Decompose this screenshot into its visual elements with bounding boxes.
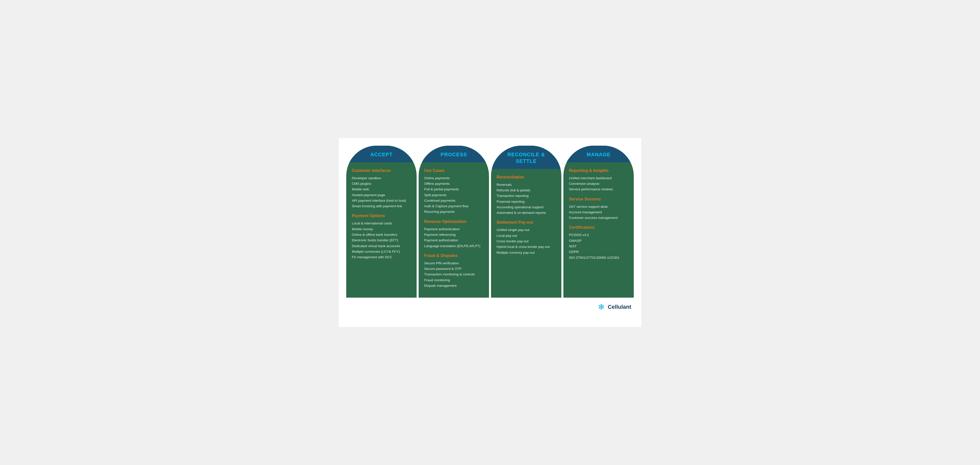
list-item: Cross border pay-out — [496, 238, 556, 244]
list-item: Mobile money — [352, 227, 411, 232]
column-header-process: PROCESS — [418, 145, 489, 162]
section-title-process-0: Use Cases — [424, 168, 484, 173]
list-item: Combined payments — [424, 198, 484, 203]
list-item: Split payments — [424, 192, 484, 198]
section-items-process-0: Online paymentsOffline paymentsFull & pa… — [424, 176, 484, 215]
columns-container: ACCEPTCustomer InterfacesDeveloper sandb… — [346, 145, 634, 298]
cellulant-icon: ❄ — [598, 302, 605, 312]
logo-name: Cellulant — [608, 304, 631, 310]
list-item: API payment interface (host to host) — [352, 198, 411, 203]
list-item: PCIDSS v3.2 — [569, 232, 628, 238]
section-items-process-2: Secure PIN verificationSecure password &… — [424, 260, 484, 289]
column-header-accept: ACCEPT — [346, 145, 417, 162]
section-items-accept-1: Local & international cardsMobile moneyO… — [352, 221, 411, 260]
list-item: Online payments — [424, 176, 484, 181]
section-items-manage-0: Unified merchant dashboardConversion ana… — [569, 176, 628, 192]
column-header-text-process: PROCESS — [421, 151, 487, 158]
list-item: Smart invoicing with payment link — [352, 203, 411, 209]
list-item: Hosted payment page — [352, 192, 411, 198]
list-item: Conversion analysis — [569, 181, 628, 187]
list-item: Financial reporting — [496, 199, 556, 205]
list-item: Dispute management — [424, 283, 484, 289]
section-items-manage-1: 24/7 service support deskAccount managem… — [569, 204, 628, 221]
column-header-text-accept: ACCEPT — [349, 151, 414, 158]
section-items-reconcile-1: Unified single pay-outLocal pay-outCross… — [496, 227, 556, 255]
column-header-manage: MANAGE — [563, 145, 634, 162]
column-body-process: Use CasesOnline paymentsOffline payments… — [418, 162, 489, 298]
column-body-accept: Customer InterfacesDeveloper sandboxCMS … — [346, 162, 417, 298]
section-title-reconcile-1: Settlement Pay-out — [496, 220, 556, 225]
section-title-reconcile-0: Reconciliation — [496, 175, 556, 179]
list-item: Payment authorization — [424, 238, 484, 243]
list-item: Payment referencing — [424, 232, 484, 238]
list-item: Refunds (full & partial) — [496, 188, 556, 193]
list-item: Unified merchant dashboard — [569, 176, 628, 181]
column-header-text-manage: MANAGE — [566, 151, 631, 158]
list-item: Multiple currencies (LCY& FCY) — [352, 249, 411, 254]
list-item: CMS plugins — [352, 181, 411, 187]
list-item: Secure password & OTP — [424, 266, 484, 272]
list-item: Reversals — [496, 182, 556, 188]
list-item: Customer success management — [569, 215, 628, 221]
list-item: Unified single pay-out — [496, 227, 556, 233]
section-title-accept-1: Payment Options — [352, 214, 411, 218]
section-title-manage-2: Certifications — [569, 225, 628, 230]
logo-row: ❄ Cellulant — [346, 302, 634, 312]
section-title-manage-0: Reporting & Insights — [569, 168, 628, 173]
list-item: Secure PIN verification — [424, 260, 484, 266]
column-body-reconcile: ReconciliationReversalsRefunds (full & p… — [491, 169, 562, 298]
section-title-manage-1: Service Success — [569, 197, 628, 201]
column-header-text-reconcile: RECONCILE & SETTLE — [493, 151, 559, 165]
section-title-process-2: Fraud & Disputes — [424, 254, 484, 258]
list-item: Account management — [569, 209, 628, 215]
column-manage: MANAGEReporting & InsightsUnified mercha… — [563, 145, 634, 298]
list-item: Transaction reporting — [496, 193, 556, 199]
list-item: Full & partial payments — [424, 187, 484, 192]
list-item: Hybrid local & cross border pay-out — [496, 244, 556, 250]
list-item: Developer sandbox — [352, 176, 411, 181]
column-reconcile: RECONCILE & SETTLEReconciliationReversal… — [491, 145, 562, 298]
section-items-manage-2: PCIDSS v3.2OWASPNISTGDPRISO 27001/27701/… — [569, 232, 628, 260]
column-accept: ACCEPTCustomer InterfacesDeveloper sandb… — [346, 145, 417, 298]
list-item: Recurring payments — [424, 209, 484, 214]
section-title-process-1: Revenue Optimization — [424, 219, 484, 224]
list-item: Dedicated virtual bank accounts — [352, 243, 411, 249]
column-body-manage: Reporting & InsightsUnified merchant das… — [563, 162, 634, 298]
list-item: Local & international cards — [352, 221, 411, 226]
list-item: Online & offline bank transfers — [352, 232, 411, 238]
list-item: Auth & Capture payment flow — [424, 203, 484, 209]
list-item: Electronic funds transfer (EFT) — [352, 238, 411, 243]
list-item: Mobile web — [352, 187, 411, 192]
list-item: Language translation (EN,FR,AR,PT) — [424, 243, 484, 249]
list-item: Fraud monitoring — [424, 277, 484, 283]
list-item: Transaction monitoring & controls — [424, 272, 484, 277]
list-item: NIST — [569, 244, 628, 249]
list-item: 24/7 service support desk — [569, 204, 628, 209]
list-item: Service performance reviews — [569, 187, 628, 192]
section-items-reconcile-0: ReversalsRefunds (full & partial)Transac… — [496, 182, 556, 216]
section-items-accept-0: Developer sandboxCMS pluginsMobile webHo… — [352, 176, 411, 209]
list-item: Offline payments — [424, 181, 484, 187]
list-item: FX management with DCC — [352, 254, 411, 260]
column-header-reconcile: RECONCILE & SETTLE — [491, 145, 562, 169]
section-items-process-1: Payment authenticationPayment referencin… — [424, 227, 484, 249]
list-item: OWASP — [569, 238, 628, 244]
list-item: GDPR — [569, 249, 628, 255]
list-item: Accounting operational support — [496, 205, 556, 210]
section-title-accept-0: Customer Interfaces — [352, 168, 411, 173]
list-item: ISO 27001/27701/20000-1/22301 — [569, 255, 628, 260]
list-item: Multiple currency pay-out — [496, 250, 556, 256]
column-process: PROCESSUse CasesOnline paymentsOffline p… — [418, 145, 489, 298]
page-wrapper: ACCEPTCustomer InterfacesDeveloper sandb… — [339, 138, 641, 327]
list-item: Payment authentication — [424, 227, 484, 232]
list-item: Local pay-out — [496, 233, 556, 238]
list-item: Automated & on-demand reports — [496, 210, 556, 216]
